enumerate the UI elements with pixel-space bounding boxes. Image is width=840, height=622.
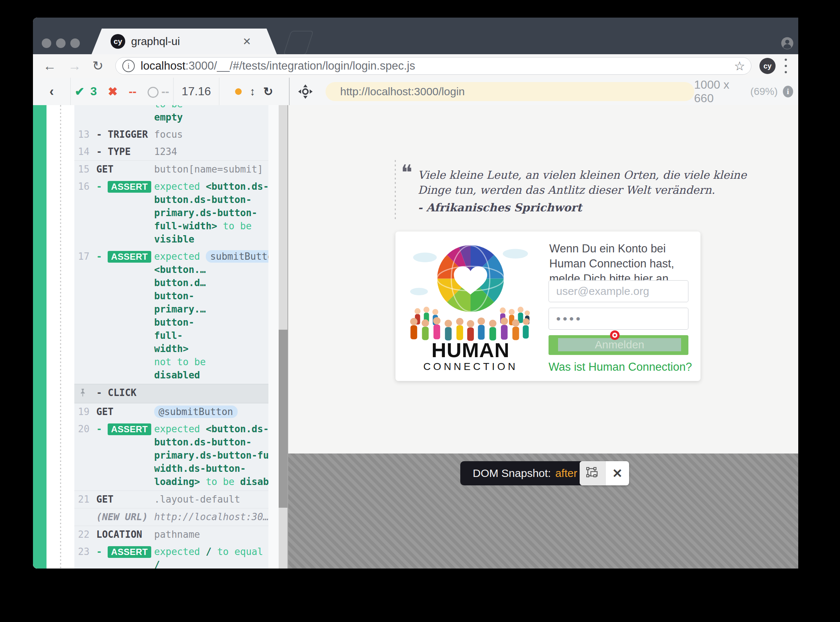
failed-icon: ✖ [108,85,118,99]
wordmark-line1: HUMAN [406,340,535,360]
window-zoom-button[interactable] [70,38,80,48]
pending-icon [148,87,158,98]
collapse-reporter-button[interactable]: ‹ [33,78,71,105]
value-text: loading> [154,476,200,487]
command-name: GET [96,405,154,418]
browser-toolbar: ← → ↻ i localhost:3000/__/#/tests/integr… [33,54,798,78]
back-icon[interactable]: ← [43,54,56,78]
command-number [75,105,96,124]
command-name: - TYPE [96,145,154,158]
command-row[interactable]: to beempty [75,105,268,126]
browser-tab[interactable]: cy graphql-ui ✕ [91,29,277,54]
command-row-21[interactable]: 21GET.layout-default [75,491,268,508]
command-name: (NEW URL) [96,510,154,523]
value-text: / [206,546,212,557]
runner-controls: ↕ ↻ [219,78,290,105]
viewport-info-icon[interactable]: i [783,86,793,98]
value-text: http://localhost:30… [154,511,268,522]
autoscroll-dot-icon[interactable] [235,88,242,95]
password-field[interactable] [549,308,688,330]
browser-menu-icon[interactable] [784,59,787,73]
command-number: 23 [75,545,96,569]
command-number [75,510,96,523]
value-text: disabled [154,370,200,381]
command-name: - ASSERT [96,180,154,246]
command-row-15[interactable]: 15GETbutton[name=submit] [75,160,268,178]
bookmark-star-icon[interactable]: ☆ [734,59,745,73]
address-url[interactable]: localhost:3000/__/#/tests/integration/lo… [141,59,734,73]
reporter-scrollbar-track[interactable] [278,105,288,569]
selector-playground-icon[interactable] [298,84,313,99]
command-value [154,386,268,401]
value-text: button- [154,291,195,302]
window-minimize-button[interactable] [56,38,65,48]
command-value: @submitButton [154,405,268,418]
browser-titlebar: cy graphql-ui ✕ [33,18,798,54]
reporter-scrollbar-thumb[interactable] [278,330,288,508]
command-row-23[interactable]: 23- ASSERTexpected / to equal/ [75,543,268,569]
quote-text: Viele kleine Leute, an vielen kleinen Or… [418,168,773,197]
test-stats: ✔ 3 ✖ -- -- [71,78,173,105]
passed-icon: ✔ [75,85,85,99]
command-row-16[interactable]: 16- ASSERTexpected <button.ds-button.ds-… [75,178,268,248]
command-log: to beempty13- TRIGGERfocus14- TYPE123415… [75,105,268,569]
test-body-gutter [60,105,61,569]
cypress-header: ‹ ✔ 3 ✖ -- -- 17.16 ↕ ↻ http://localhost… [33,78,798,105]
quote-mark-icon: ❝ [401,160,412,185]
command-number: 21 [75,493,96,506]
outside-viewport-area: DOM Snapshot: after ✕ [288,453,798,569]
command-row-13[interactable]: 13- TRIGGERfocus [75,126,268,143]
command-number: 19 [75,405,96,418]
value-text: button.ds-button- [154,437,251,448]
command-name: GET [96,163,154,176]
snapshot-highlight-button[interactable] [580,461,606,485]
value-text: expected [154,251,206,262]
snapshot-close-button[interactable]: ✕ [606,461,629,485]
value-text: full-width> [154,221,217,232]
click-event-marker [610,331,619,340]
value-text: button.d… [154,277,206,288]
command-row-17[interactable]: 17- ASSERTexpected submitButton<button.…… [75,248,268,384]
content: to beempty13- TRIGGERfocus14- TYPE123415… [33,105,798,569]
restart-tests-icon[interactable]: ↻ [263,85,273,99]
value-text: visible [154,234,195,245]
wordmark-line2: CONNECTION [406,360,535,373]
command-row-14[interactable]: 14- TYPE1234 [75,143,268,160]
alias-pill[interactable]: @submitButton [154,406,237,418]
window-close-button[interactable] [42,38,51,48]
page-info-icon[interactable]: i [122,60,135,72]
url-host: localhost [141,59,185,72]
command-row[interactable]: - CLICK [75,384,268,403]
command-row-20[interactable]: 20- ASSERTexpected <button.ds-button.ds-… [75,421,268,491]
new-tab-button[interactable] [283,31,313,55]
what-is-link[interactable]: Was ist Human Connection? [549,360,692,374]
command-log-panel: to beempty13- TRIGGERfocus14- TYPE123415… [33,105,288,569]
value-text: full- [154,330,183,341]
value-text: / [154,559,160,569]
tab-close-icon[interactable]: ✕ [243,35,251,47]
viewport-size: 1000 x 660 [694,78,746,105]
value-text: expected [154,181,206,192]
value-text: expected [154,546,206,557]
command-value: 1234 [154,145,268,158]
email-field[interactable] [549,280,688,302]
quote-attribution: - Afrikanisches Sprichwort [418,201,582,214]
forward-icon[interactable]: → [68,54,81,78]
command-value: expected submitButton<button.…button.d…b… [154,250,268,382]
command-number: 14 [75,145,96,158]
command-row-19[interactable]: 19GET@submitButton [75,403,268,421]
scroll-toggle-icon[interactable]: ↕ [250,85,255,98]
command-row-22[interactable]: 22LOCATIONpathname [75,526,268,543]
reload-icon[interactable]: ↻ [92,54,103,78]
value-text: expected [154,424,206,434]
command-value: expected <button.ds-button.ds-button-pri… [154,422,268,488]
alias-pill[interactable]: submitButton [206,250,268,263]
address-bar[interactable]: i localhost:3000/__/#/tests/integration/… [115,57,752,75]
command-number: 20 [75,422,96,488]
command-row[interactable]: (NEW URL)http://localhost:30… [75,508,268,526]
cypress-extension-badge[interactable]: cy [759,58,776,74]
profile-avatar-icon[interactable] [781,37,794,50]
pin-icon [78,388,88,398]
viewport-info: 1000 x 660 (69%) i [694,78,793,105]
app-url[interactable]: http://localhost:3000/login [326,82,694,101]
